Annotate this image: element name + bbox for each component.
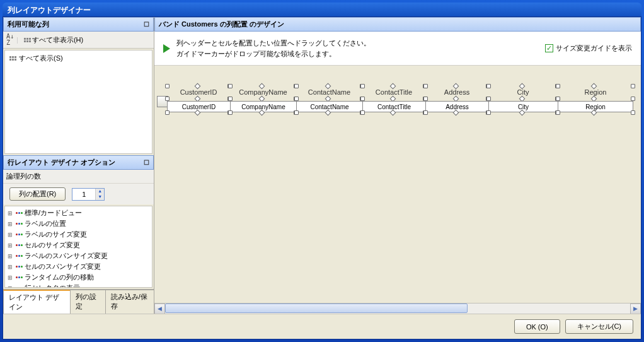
sort-icon[interactable]: A↓Z	[6, 33, 14, 46]
available-columns-title: 利用可能な列	[8, 20, 49, 29]
column-contacttitle[interactable]: ContactTitle ContactTitle	[362, 86, 425, 115]
show-all-label: すべて表示(S)	[19, 54, 63, 63]
spin-up[interactable]: ▲	[95, 189, 104, 194]
left-tabs: レイアウト デザイン 列の設定 読み込み/保存	[3, 289, 154, 314]
hide-all-label: すべて非表示(H)	[32, 35, 83, 45]
main-area: 利用可能な列 ☐ A↓Z | すべて非表示(H) すべて表示(S)	[3, 17, 641, 314]
design-header: バンド Customers の列配置 のデザイン	[154, 17, 641, 32]
available-columns-list: すべて表示(S)	[4, 50, 152, 154]
checkbox-label: サイズ変更ガイドを表示	[556, 44, 632, 53]
column-city[interactable]: City City	[488, 86, 558, 115]
column-customerid[interactable]: CustomerID CustomerID	[167, 86, 230, 115]
scroll-track[interactable]	[165, 304, 630, 314]
scroll-left-button[interactable]: ◀	[154, 304, 165, 314]
pin-icon[interactable]: ☐	[144, 21, 149, 28]
options-tree: ⊞標準/カードビュー ⊞ラベルの位置 ⊞ラベルのサイズ変更 ⊞セルのサイズ変更 …	[4, 206, 152, 288]
horizontal-scrollbar[interactable]: ◀ ▶	[154, 303, 641, 314]
tree-item[interactable]: ⊞セルのサイズ変更	[6, 240, 151, 251]
left-panel: 利用可能な列 ☐ A↓Z | すべて非表示(H) すべて表示(S)	[3, 17, 154, 314]
show-resize-guides-checkbox[interactable]: ✓ サイズ変更ガイドを表示	[545, 44, 632, 53]
logical-cols-label: 論理列の数	[3, 170, 154, 184]
cancel-button[interactable]: キャンセル(C)	[565, 319, 633, 334]
arrange-columns-button[interactable]: 列の配置(R)	[9, 187, 66, 201]
checkbox-icon: ✓	[545, 44, 553, 52]
tree-item[interactable]: ⊞ラベルのスパンサイズ変更	[6, 251, 151, 261]
tree-item[interactable]: ⊞行セレクタの表示	[6, 283, 151, 288]
tab-layout-design[interactable]: レイアウト デザイン	[3, 290, 71, 314]
show-all-item[interactable]: すべて表示(S)	[7, 52, 150, 64]
tab-column-settings[interactable]: 列の設定	[70, 290, 105, 314]
tree-item[interactable]: ⊞セルのスパンサイズ変更	[6, 261, 151, 272]
dialog-footer: OK (O) キャンセル(C)	[3, 314, 641, 339]
hide-all-button[interactable]: すべて非表示(H)	[21, 34, 86, 46]
spinner-input[interactable]	[72, 189, 95, 200]
right-panel: バンド Customers の列配置 のデザイン 列ヘッダーとセルを配置したい位…	[154, 17, 641, 314]
column-companyname[interactable]: CompanyName CompanyName	[230, 86, 296, 115]
tree-item[interactable]: ⊞ラベルのサイズ変更	[6, 229, 151, 240]
window-title: 列レイアウトデザイナー	[3, 3, 641, 16]
tree-item[interactable]: ⊞標準/カードビュー	[6, 208, 151, 218]
grid-icon	[9, 56, 16, 61]
options-title: 行レイアウト デザイナ オプション	[8, 158, 115, 167]
column-layout: CustomerID CustomerID CompanyName Compan…	[167, 86, 641, 115]
hint-bar: 列ヘッダーとセルを配置したい位置へドラッグしてください。 ガイドマーカーがドロッ…	[154, 32, 641, 66]
options-controls: 列の配置(R) ▲▼	[3, 184, 154, 204]
ok-button[interactable]: OK (O)	[514, 319, 560, 334]
scroll-thumb[interactable]	[165, 304, 468, 313]
logical-cols-spinner[interactable]: ▲▼	[72, 188, 105, 201]
spin-down[interactable]: ▼	[95, 194, 104, 200]
options-header: 行レイアウト デザイナ オプション ☐	[3, 155, 154, 170]
scroll-right-button[interactable]: ▶	[630, 304, 641, 314]
column-contactname[interactable]: ContactName ContactName	[296, 86, 362, 115]
design-surface[interactable]: CustomerID CustomerID CompanyName Compan…	[154, 66, 641, 303]
available-cols-toolbar: A↓Z | すべて非表示(H)	[3, 32, 154, 49]
available-columns-header: 利用可能な列 ☐	[3, 17, 154, 32]
tree-item[interactable]: ⊞ランタイムの列の移動	[6, 272, 151, 283]
column-address[interactable]: Address Address	[425, 86, 488, 115]
hint-text: 列ヘッダーとセルを配置したい位置へドラッグしてください。 ガイドマーカーがドロッ…	[176, 38, 371, 59]
designer-window: 列レイアウトデザイナー 利用可能な列 ☐ A↓Z | すべて非表示(H)	[0, 0, 644, 342]
pin-icon[interactable]: ☐	[144, 159, 149, 166]
client-area: 利用可能な列 ☐ A↓Z | すべて非表示(H) すべて表示(S)	[3, 16, 641, 339]
column-region[interactable]: Region Region	[558, 86, 633, 115]
play-icon	[163, 44, 170, 53]
grid-icon	[24, 38, 31, 42]
tab-load-save[interactable]: 読み込み/保存	[105, 290, 154, 314]
tree-item[interactable]: ⊞ラベルの位置	[6, 218, 151, 229]
